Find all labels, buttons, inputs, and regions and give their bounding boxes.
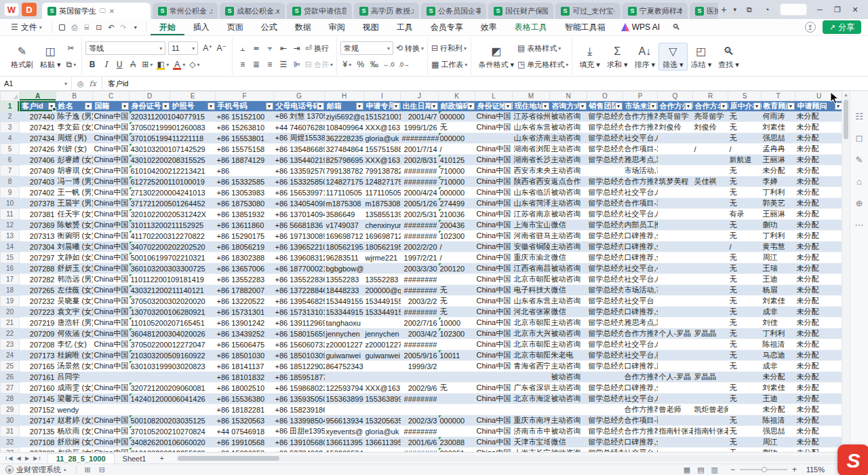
cell[interactable]: 个人-罗晶 (658, 328, 693, 339)
file-tab[interactable]: S公务员国企事业单... (421, 3, 486, 19)
cell[interactable] (728, 404, 762, 415)
cell[interactable]: +86 15731301 (216, 307, 274, 318)
cell[interactable]: 被动咨询 (550, 187, 587, 198)
freeze-button[interactable]: ◰ 冻结 ▾ (688, 43, 715, 70)
cell[interactable]: 留学总经办 (587, 220, 623, 231)
sheet-tab-11_28_5_1000[interactable]: 11_28_5_1000 (47, 453, 115, 464)
cell[interactable]: v1749037 (325, 220, 364, 231)
cell[interactable]: 北京市朝阳 (513, 274, 550, 285)
cell[interactable] (658, 144, 693, 155)
cell[interactable]: 1999/3/2 (401, 361, 439, 372)
cell[interactable] (364, 372, 401, 383)
cell[interactable]: 207426 (20, 144, 56, 155)
row-number[interactable]: 14 (1, 242, 20, 252)
wps-logo-icon[interactable]: W (4, 3, 19, 16)
cell[interactable]: 124827175 (325, 176, 364, 187)
row-number[interactable]: 10 (1, 198, 20, 209)
qat-caret-icon[interactable]: ▾ (130, 22, 142, 33)
cell[interactable]: 13552283 (364, 274, 401, 285)
cell[interactable]: / (439, 252, 475, 263)
cell[interactable]: 留学总经办 (587, 296, 623, 307)
cell[interactable]: 微信 (550, 437, 587, 448)
filter-dropdown-icon[interactable]: ▼ (720, 102, 728, 110)
cell[interactable] (658, 155, 693, 166)
cell[interactable]: 王丽淋 (762, 209, 795, 220)
cell[interactable]: 340826200106060020 (130, 437, 216, 448)
cell[interactable]: 山东省济南 (513, 133, 550, 144)
cell[interactable]: 200000@qq (364, 285, 401, 296)
cell[interactable]: 未分配 (795, 144, 843, 155)
cell[interactable]: 169698712 (325, 231, 364, 242)
cell[interactable]: 黄韦慧 (762, 242, 795, 252)
cell[interactable]: 2003/4/2 (401, 328, 439, 339)
filter-dropdown-icon[interactable]: ▼ (266, 102, 273, 110)
cell[interactable]: XXX@163.c (364, 122, 401, 133)
cell[interactable]: 230088 (439, 437, 475, 448)
merge-cells-button[interactable]: ⊟合并▾ (305, 58, 333, 71)
filter-dropdown-icon[interactable]: ▼ (787, 102, 795, 110)
cell[interactable]: +86 1335925706 (274, 166, 325, 176)
cell[interactable] (513, 404, 550, 415)
cell[interactable]: 胡睿琪 (女) (56, 166, 93, 176)
cell[interactable]: ######## (401, 394, 439, 404)
cell[interactable]: 留学总经办 (587, 285, 623, 296)
cell[interactable]: 410125 (439, 155, 475, 166)
align-top-icon[interactable]: ⫠ (236, 41, 250, 55)
cell[interactable]: 雅思考点,雅思 (623, 155, 658, 166)
cell[interactable]: 207434 (20, 133, 56, 144)
align-right-icon[interactable]: ≡ (263, 58, 277, 71)
cell[interactable]: 207409 (20, 166, 56, 176)
cell[interactable]: 96283511 (325, 252, 364, 263)
cell[interactable]: +86 1339985047 (274, 415, 325, 426)
cell[interactable]: 周煜 (男) (56, 133, 93, 144)
filter-dropdown-icon[interactable]: ▼ (393, 102, 400, 110)
cell[interactable]: 153449155 (364, 296, 401, 307)
cell[interactable]: China中国 (475, 361, 513, 372)
cell[interactable]: 蒯玏 (762, 220, 795, 231)
cell[interactable]: 个人-罗晶 (658, 372, 693, 383)
cell[interactable] (439, 361, 475, 372)
cell[interactable]: 强思喆 (762, 133, 795, 144)
cell[interactable]: 153449155 (325, 296, 364, 307)
cell[interactable]: 102300 (439, 231, 475, 242)
row-number[interactable]: 29 (1, 404, 20, 415)
column-header-Q[interactable]: Q (658, 92, 693, 101)
cell[interactable] (130, 372, 216, 383)
cell[interactable]: 207282 (20, 274, 56, 285)
column-header-A[interactable]: A (20, 92, 56, 101)
cell[interactable]: 180562195 (364, 242, 401, 252)
cell[interactable]: 207161 (20, 372, 56, 383)
cell[interactable] (693, 209, 728, 220)
cell[interactable]: 130703200106280921 (130, 307, 216, 318)
filter-dropdown-icon[interactable]: ▼ (542, 102, 549, 110)
filter-dropdown-icon[interactable]: ▼ (85, 102, 92, 110)
cell[interactable]: 袁文宇 (女) (56, 307, 93, 318)
cell[interactable]: 未分配 (795, 350, 843, 361)
cell[interactable]: China中国 (475, 437, 513, 448)
row-number[interactable]: 9 (1, 187, 20, 198)
header-cell[interactable]: 国籍▼ (93, 101, 130, 112)
cell[interactable]: 市场活动,市场 (623, 285, 658, 296)
maximize-button[interactable]: ❐ (829, 2, 846, 17)
redo-icon[interactable]: ↷ (117, 22, 130, 33)
cell[interactable] (658, 307, 693, 318)
cell[interactable]: 未分配 (795, 198, 843, 209)
column-header-K[interactable]: K (439, 92, 475, 101)
cell[interactable] (658, 166, 693, 176)
align-middle-icon[interactable]: ≖ (250, 41, 263, 55)
cell[interactable]: 155751588 (364, 144, 401, 155)
copy-button[interactable]: ⧉▾ (64, 58, 79, 71)
cell[interactable]: 汤景然 (女) (56, 361, 93, 372)
cell[interactable]: 安徽省铜陵 (513, 242, 550, 252)
cell[interactable]: +86 1582391866 (274, 404, 325, 415)
cell[interactable]: China中国 (93, 166, 130, 176)
comma-style-icon[interactable]: ‰ (368, 58, 381, 71)
row-number[interactable]: 1 (1, 101, 20, 112)
cell[interactable]: 未分配 (795, 231, 843, 242)
cell[interactable]: 10011 (439, 350, 475, 361)
cell[interactable]: 留学总经办 (587, 361, 623, 372)
cell[interactable]: 710000 (439, 176, 475, 187)
cell[interactable]: 370105199411221118 (130, 133, 216, 144)
zoom-out-button[interactable]: − (727, 465, 738, 474)
cell[interactable]: China中国 (93, 231, 130, 242)
